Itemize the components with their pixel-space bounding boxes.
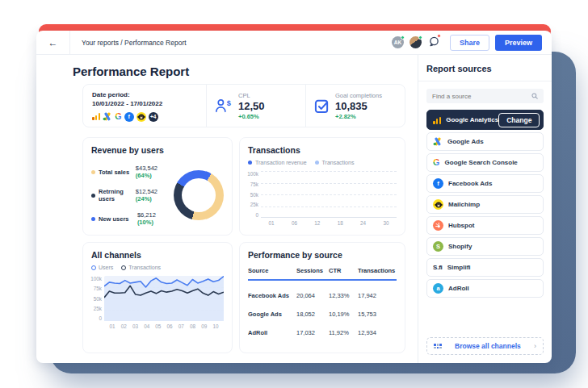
source-item[interactable]: Hubspot: [426, 216, 544, 235]
mailchimp-icon: [136, 112, 146, 122]
revenue-by-users-widget: Revenue by users Total sales$43,542 (64%…: [82, 137, 233, 236]
metric-label: Goal completions: [335, 92, 382, 99]
source-item[interactable]: SShopify: [426, 237, 544, 256]
source-item[interactable]: Google Ads: [426, 132, 544, 151]
metric-value: 12,50: [238, 100, 265, 112]
online-status-dot: [418, 35, 422, 40]
widget-title: Performance by source: [248, 250, 397, 260]
widget-title: Transactions: [248, 145, 397, 155]
legend-item: Total sales$43,542 (64%): [91, 165, 172, 179]
table-header: SourceSessionsCTRTransactions: [248, 267, 397, 281]
app-window: ← Your reports / Performance Report AK S…: [36, 31, 552, 363]
donut-chart: [174, 170, 224, 220]
source-item[interactable]: fFacebook Ads: [426, 174, 544, 193]
search-input[interactable]: [432, 93, 531, 100]
source-item[interactable]: aAdRoll: [426, 279, 544, 298]
sidebar-title: Report sources: [426, 64, 544, 73]
simplifi-icon: S.fi: [433, 264, 443, 271]
legend-item: Retrning users$12,542 (24%): [91, 188, 172, 202]
source-icon-strip: Gf+4: [92, 112, 206, 122]
line-x-axis: 01020304050607080910: [104, 323, 224, 329]
line-legend: Users Transactions: [91, 265, 224, 270]
all-channels-widget: All channels Users Transactions 100k75k5…: [82, 242, 233, 353]
metric-delta: +2.82%: [335, 113, 382, 120]
checkbox-icon: [314, 98, 330, 114]
shopify-icon: S: [433, 241, 443, 252]
table-row: Google Ads18,05210,19%15,753: [248, 311, 397, 318]
google-icon: G: [115, 112, 122, 121]
source-item[interactable]: GGoogle Search Console: [426, 153, 544, 172]
chat-button[interactable]: [429, 35, 439, 50]
facebook-icon: f: [433, 178, 443, 189]
date-range: 10/01/2022 - 17/01/2022: [92, 100, 206, 109]
hubspot-icon: [433, 220, 443, 231]
avatar: [410, 36, 422, 48]
person-dollar-icon: $: [215, 98, 233, 113]
more-sources-badge: +4: [149, 112, 158, 122]
google-analytics-icon: [433, 117, 441, 124]
source-label: Google Analytics: [446, 116, 498, 123]
google-icon: G: [433, 158, 440, 167]
source-item[interactable]: Mailchimp: [426, 195, 544, 214]
google-analytics-icon: [92, 113, 100, 120]
source-item-selected[interactable]: Google Analytics Change: [426, 110, 544, 130]
change-source-button[interactable]: Change: [498, 113, 540, 127]
chevron-right-icon: ›: [534, 342, 536, 350]
metric-delta: +0.65%: [238, 113, 265, 120]
google-ads-icon: [433, 137, 443, 146]
share-button[interactable]: Share: [450, 35, 489, 51]
facebook-icon: f: [124, 112, 134, 122]
performance-by-source-widget: Performance by source SourceSessionsCTRT…: [239, 242, 405, 353]
line-chart: [104, 276, 224, 321]
report-canvas: Performance Report Date period: 10/01/20…: [36, 55, 418, 363]
arrow-left-icon: ←: [48, 37, 58, 48]
metric-cpl: $ CPL 12,50 +0.65%: [206, 85, 305, 127]
window-header: ← Your reports / Performance Report AK S…: [36, 31, 552, 55]
svg-text:$: $: [227, 99, 231, 107]
browse-all-channels-button[interactable]: Browse all channels ›: [426, 337, 544, 355]
grid-icon: [434, 344, 442, 348]
bar-legend: Transaction revenue Transactions: [248, 160, 397, 165]
adroll-icon: a: [433, 283, 443, 294]
table-row: AdRoll17,03211,92%12,934: [248, 329, 397, 336]
avatar: AK: [392, 36, 404, 48]
page-title: Performance Report: [73, 65, 189, 78]
metric-value: 10,835: [335, 100, 382, 112]
notification-dot: [437, 34, 441, 38]
bar-x-axis: 010612182430: [261, 220, 397, 226]
mailchimp-icon: [433, 199, 443, 210]
table-row: Facebook Ads20,06412,33%17,942: [248, 292, 397, 299]
date-period-label: Date period:: [92, 91, 206, 100]
report-sources-sidebar: Report sources Google Analytics Change G…: [418, 55, 552, 363]
transactions-widget: Transactions Transaction revenue Transac…: [239, 137, 405, 236]
widget-title: All channels: [91, 250, 224, 260]
back-button[interactable]: ←: [36, 31, 70, 54]
source-item[interactable]: S.fiSimplifi: [426, 258, 544, 277]
google-ads-icon: [103, 112, 112, 121]
legend-item: New users$6,212 (10%): [91, 211, 172, 226]
metric-label: CPL: [238, 92, 265, 99]
widget-title: Revenue by users: [91, 145, 224, 155]
overview-widget: Date period: 10/01/2022 - 17/01/2022 Gf+…: [82, 84, 405, 127]
source-table: SourceSessionsCTRTransactionsFacebook Ad…: [248, 267, 397, 336]
search-icon: [531, 93, 538, 99]
breadcrumb: Your reports / Performance Report: [70, 31, 392, 54]
donut-legend: Total sales$43,542 (64%)Retrning users$1…: [91, 165, 172, 226]
online-status-dot: [401, 35, 405, 40]
source-search[interactable]: [426, 89, 544, 103]
bar-chart: [261, 171, 397, 218]
metric-goal-completions: Goal completions 10,835 +2.82%: [305, 85, 405, 127]
google-analytics-icon: [433, 113, 441, 127]
preview-button[interactable]: Preview: [495, 35, 542, 51]
